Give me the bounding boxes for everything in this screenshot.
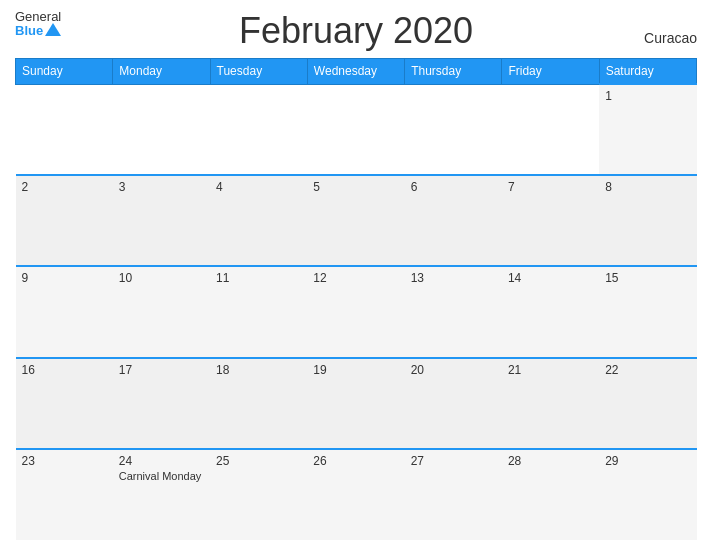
day-number: 26 — [313, 454, 398, 468]
week-row-2: 2345678 — [16, 175, 697, 266]
day-number: 16 — [22, 363, 107, 377]
logo-general-text: General — [15, 10, 61, 23]
day-number: 2 — [22, 180, 107, 194]
day-cell: 3 — [113, 175, 210, 266]
day-cell: 26 — [307, 449, 404, 540]
day-number: 17 — [119, 363, 204, 377]
day-number: 20 — [411, 363, 496, 377]
day-cell: 12 — [307, 266, 404, 357]
day-number: 18 — [216, 363, 301, 377]
day-number: 1 — [605, 89, 690, 103]
day-cell: 1 — [599, 84, 696, 175]
day-number: 23 — [22, 454, 107, 468]
day-cell: 24Carnival Monday — [113, 449, 210, 540]
day-cell: 19 — [307, 358, 404, 449]
calendar-table: Sunday Monday Tuesday Wednesday Thursday… — [15, 58, 697, 540]
header-sunday: Sunday — [16, 59, 113, 85]
day-number: 12 — [313, 271, 398, 285]
day-cell: 7 — [502, 175, 599, 266]
day-number: 22 — [605, 363, 690, 377]
day-cell: 20 — [405, 358, 502, 449]
day-number: 24 — [119, 454, 204, 468]
logo-blue-text: Blue — [15, 23, 61, 37]
day-number: 5 — [313, 180, 398, 194]
week-row-4: 16171819202122 — [16, 358, 697, 449]
event-label: Carnival Monday — [119, 470, 204, 482]
day-number: 27 — [411, 454, 496, 468]
day-cell: 21 — [502, 358, 599, 449]
week-row-5: 2324Carnival Monday2526272829 — [16, 449, 697, 540]
calendar-header: General Blue February 2020 Curacao — [15, 10, 697, 52]
calendar-body: 123456789101112131415161718192021222324C… — [16, 84, 697, 540]
day-cell: 10 — [113, 266, 210, 357]
day-cell: 28 — [502, 449, 599, 540]
day-number: 7 — [508, 180, 593, 194]
day-cell: 4 — [210, 175, 307, 266]
day-number: 11 — [216, 271, 301, 285]
day-cell: 6 — [405, 175, 502, 266]
day-cell — [502, 84, 599, 175]
day-number: 14 — [508, 271, 593, 285]
day-cell: 8 — [599, 175, 696, 266]
day-cell — [16, 84, 113, 175]
day-cell — [113, 84, 210, 175]
day-cell: 9 — [16, 266, 113, 357]
day-cell: 11 — [210, 266, 307, 357]
day-cell: 27 — [405, 449, 502, 540]
day-cell: 22 — [599, 358, 696, 449]
country-label: Curacao — [644, 30, 697, 46]
day-number: 13 — [411, 271, 496, 285]
month-title: February 2020 — [239, 10, 473, 52]
calendar-container: General Blue February 2020 Curacao Sunda… — [0, 0, 712, 550]
day-number: 19 — [313, 363, 398, 377]
header-wednesday: Wednesday — [307, 59, 404, 85]
day-number: 6 — [411, 180, 496, 194]
weekday-header-row: Sunday Monday Tuesday Wednesday Thursday… — [16, 59, 697, 85]
day-cell: 15 — [599, 266, 696, 357]
day-number: 4 — [216, 180, 301, 194]
day-number: 21 — [508, 363, 593, 377]
day-cell: 18 — [210, 358, 307, 449]
day-number: 15 — [605, 271, 690, 285]
day-cell: 5 — [307, 175, 404, 266]
day-cell: 23 — [16, 449, 113, 540]
header-friday: Friday — [502, 59, 599, 85]
day-number: 28 — [508, 454, 593, 468]
day-cell: 2 — [16, 175, 113, 266]
day-cell: 29 — [599, 449, 696, 540]
day-number: 25 — [216, 454, 301, 468]
day-cell — [307, 84, 404, 175]
day-cell: 14 — [502, 266, 599, 357]
day-number: 29 — [605, 454, 690, 468]
day-cell — [405, 84, 502, 175]
week-row-3: 9101112131415 — [16, 266, 697, 357]
logo: General Blue — [15, 10, 61, 37]
header-saturday: Saturday — [599, 59, 696, 85]
day-number: 10 — [119, 271, 204, 285]
day-cell — [210, 84, 307, 175]
day-cell: 17 — [113, 358, 210, 449]
header-tuesday: Tuesday — [210, 59, 307, 85]
day-number: 8 — [605, 180, 690, 194]
logo-triangle-icon — [45, 23, 61, 36]
day-cell: 13 — [405, 266, 502, 357]
day-number: 3 — [119, 180, 204, 194]
day-cell: 16 — [16, 358, 113, 449]
header-monday: Monday — [113, 59, 210, 85]
day-number: 9 — [22, 271, 107, 285]
day-cell: 25 — [210, 449, 307, 540]
header-thursday: Thursday — [405, 59, 502, 85]
week-row-1: 1 — [16, 84, 697, 175]
